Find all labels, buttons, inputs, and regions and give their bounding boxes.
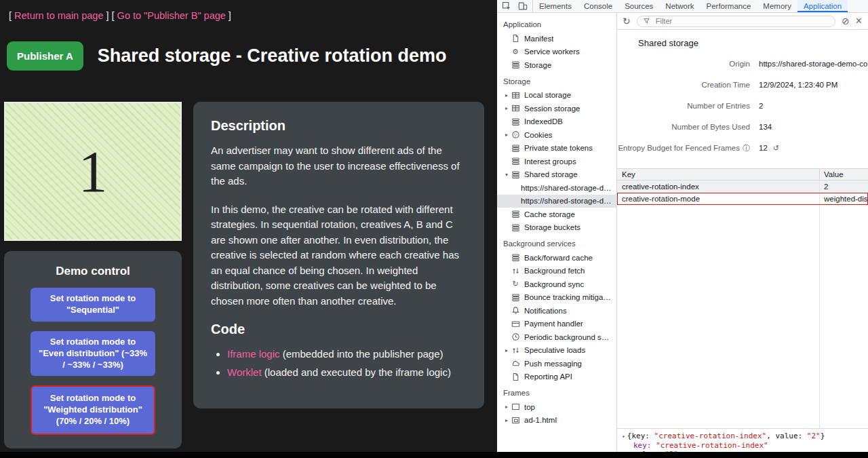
sidebar-item-service-workers[interactable]: ⚙Service workers	[497, 45, 616, 59]
set-even-distribution-button[interactable]: Set rotation mode to "Even distribution"…	[31, 331, 155, 377]
chevron-right-icon[interactable]: ▸	[502, 105, 511, 111]
creative-ad-frame[interactable]: 1	[4, 102, 182, 241]
sidebar-item-manifest[interactable]: Manifest	[497, 32, 616, 45]
database-icon	[511, 253, 520, 263]
chevron-down-icon[interactable]: ▾	[622, 434, 625, 440]
devtools-body: Application Manifest ⚙Service workers St…	[497, 13, 868, 458]
tab-network[interactable]: Network	[659, 0, 700, 12]
sidebar-item-local-storage[interactable]: ▸Local storage	[497, 89, 616, 102]
chevron-right-icon[interactable]: ▸	[502, 404, 511, 410]
devtools-window: Elements Console Sources Network Perform…	[497, 0, 868, 458]
close-icon[interactable]: ×	[856, 16, 862, 26]
sidebar-item-notifications[interactable]: Notifications	[497, 304, 616, 318]
column-header-key[interactable]: Key	[617, 169, 820, 180]
iframe-logic-link[interactable]: Iframe logic	[227, 348, 280, 360]
cloud-icon	[511, 359, 520, 368]
document-icon	[511, 34, 520, 43]
info-icon[interactable]: ⓘ	[743, 145, 750, 152]
clock-icon	[511, 332, 520, 342]
sidebar-section-storage: Storage	[497, 72, 616, 89]
filter-box[interactable]	[637, 16, 835, 27]
description-panel: Description An advertiser may want to sh…	[193, 102, 484, 408]
chevron-right-icon[interactable]: ▸	[502, 92, 511, 98]
chevron-right-icon[interactable]: ▸	[502, 417, 511, 423]
tab-sources[interactable]: Sources	[618, 0, 659, 12]
inspect-element-icon[interactable]	[498, 1, 515, 11]
chevron-right-icon[interactable]: ▸	[502, 132, 511, 138]
clear-all-icon[interactable]: ⊘	[842, 16, 850, 26]
sidebar-item-frame-ad-1[interactable]: ▸ad-1.html	[497, 414, 616, 427]
tab-performance[interactable]: Performance	[701, 0, 757, 12]
sidebar-item-cache-storage[interactable]: Cache storage	[497, 208, 616, 221]
refresh-icon[interactable]: ↻	[623, 16, 631, 26]
tab-application[interactable]: Application	[797, 0, 848, 12]
database-icon	[511, 292, 520, 302]
sidebar-item-shared-storage[interactable]: ▾Shared storage	[497, 168, 616, 182]
table-row[interactable]: creative-rotation-index 2	[617, 180, 868, 193]
bell-icon	[511, 306, 520, 316]
worklet-link[interactable]: Worklet	[227, 366, 262, 378]
sidebar-item-interest-groups[interactable]: Interest groups	[497, 155, 616, 168]
sidebar-item-shared-storage-origin-1[interactable]: https://shared-storage-d…	[497, 181, 616, 195]
tab-memory[interactable]: Memory	[757, 0, 797, 12]
sidebar-item-periodic-background-sync[interactable]: Periodic background s…	[497, 330, 616, 344]
origin-value: https://shared-storage-demo-co	[759, 60, 867, 68]
database-icon	[511, 143, 520, 153]
sidebar-item-payment-handler[interactable]: Payment handler	[497, 318, 616, 331]
tab-elements[interactable]: Elements	[533, 0, 578, 12]
sidebar-item-push-messaging[interactable]: Push messaging	[497, 357, 616, 370]
table-icon	[511, 104, 520, 113]
bracket: ]	[226, 10, 231, 21]
page-content: 1 Demo control Set rotation mode to "Seq…	[4, 102, 484, 449]
sidebar-section-background-services: Background services	[497, 234, 616, 251]
set-weighted-distribution-button[interactable]: Set rotation mode to "Weighted distribut…	[31, 385, 155, 435]
preview-prop-key: key: "creative-rotation-index"	[633, 441, 864, 450]
publisher-page: [ Return to main page ] [ Go to "Publish…	[0, 0, 497, 458]
sidebar-item-background-sync[interactable]: ↻Background sync	[497, 278, 616, 291]
page-header: Publisher A Shared storage - Creative ro…	[0, 41, 497, 71]
entropy-budget-value: 12↺	[759, 144, 779, 152]
publisher-b-page-link[interactable]: Go to "Publisher B" page	[117, 10, 226, 21]
sidebar-item-private-state-tokens[interactable]: Private state tokens	[497, 142, 616, 155]
iframe-icon	[511, 415, 520, 425]
cookie-icon	[511, 130, 520, 140]
database-icon	[511, 223, 520, 232]
sidebar-item-back-forward-cache[interactable]: Back/forward cache	[497, 251, 616, 265]
table-header: Key Value	[617, 169, 868, 180]
return-main-page-link[interactable]: Return to main page	[14, 10, 103, 21]
application-sidebar: Application Manifest ⚙Service workers St…	[497, 13, 617, 458]
gear-icon: ⚙	[511, 47, 520, 56]
sidebar-item-indexeddb[interactable]: IndexedDB	[497, 115, 616, 129]
bracket: [	[112, 10, 117, 21]
table-icon	[511, 90, 520, 100]
preview-summary: ▾{key: "creative-rotation-index", value:…	[622, 432, 864, 441]
bracket: ]	[103, 10, 111, 21]
sidebar-item-reporting-api[interactable]: Reporting API	[497, 370, 616, 384]
document-icon	[511, 372, 520, 381]
sidebar-item-shared-storage-origin-2[interactable]: https://shared-storage-d…	[497, 195, 616, 208]
sidebar-item-cookies[interactable]: ▸Cookies	[497, 128, 616, 142]
bytes-value: 134	[759, 123, 772, 131]
table-empty-area	[617, 205, 868, 428]
sidebar-item-frame-top[interactable]: ▸top	[497, 400, 616, 414]
sidebar-item-session-storage[interactable]: ▸Session storage	[497, 102, 616, 115]
chevron-right-icon[interactable]: ▸	[502, 347, 511, 354]
devtools-tab-bar: Elements Console Sources Network Perform…	[497, 0, 868, 13]
sidebar-item-speculative-loads[interactable]: ▸Speculative loads	[497, 344, 616, 358]
tab-console[interactable]: Console	[578, 0, 618, 12]
table-row-selected[interactable]: creative-rotation-mode weighted-dist	[617, 193, 868, 205]
funnel-icon	[643, 18, 650, 25]
code-list-item: Iframe logic (embedded into the publishe…	[227, 347, 467, 362]
window-edge	[0, 452, 868, 458]
reset-budget-icon[interactable]: ↺	[773, 145, 779, 152]
column-header-value[interactable]: Value	[820, 169, 868, 180]
sidebar-item-storage-buckets[interactable]: Storage buckets	[497, 221, 616, 235]
sidebar-item-background-fetch[interactable]: Background fetch	[497, 265, 616, 278]
set-sequential-button[interactable]: Set rotation mode to "Sequential"	[31, 288, 155, 322]
sidebar-item-bounce-tracking[interactable]: Bounce tracking mitiga…	[497, 291, 616, 305]
meta-row-entropy-budget: Entropy Budget for Fenced Framesⓘ 12↺	[617, 144, 868, 152]
chevron-down-icon[interactable]: ▾	[502, 172, 511, 178]
filter-input[interactable]	[654, 16, 829, 26]
device-toolbar-icon[interactable]	[515, 1, 531, 11]
sidebar-item-storage[interactable]: Storage	[497, 58, 616, 72]
